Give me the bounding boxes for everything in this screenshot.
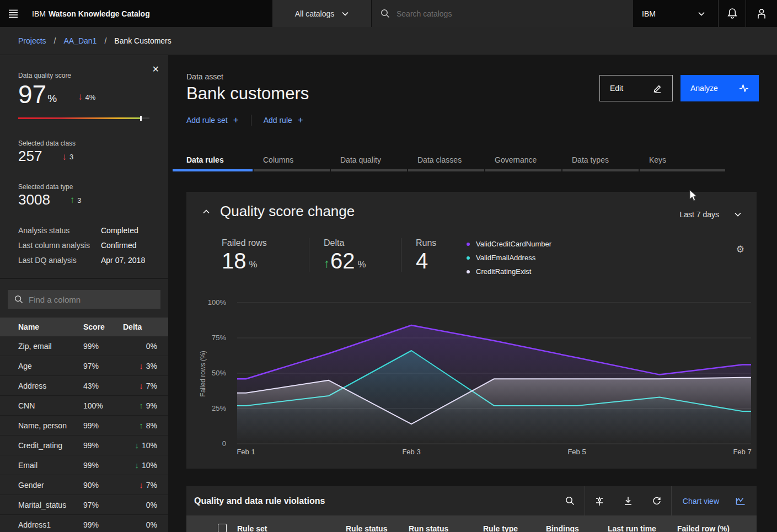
breadcrumb-separator: / [104,36,106,45]
tab-data-quality[interactable]: Data quality [331,155,407,171]
arrow-down-icon: ↓ [139,381,143,390]
violations-card: Quality and data rule violations [186,486,757,532]
app-title: IBMWatson Knowledge Catalog [32,9,150,18]
violations-column-header[interactable]: Rule set [237,524,267,532]
gauge-gradient [18,117,141,119]
column-row[interactable]: Address199%0% [0,515,168,532]
column-row[interactable]: Credit_rating99%↓10% [0,436,168,455]
tab-data-classes[interactable]: Data classes [408,155,484,171]
violations-column-header[interactable]: Bindings [546,524,579,532]
detail-value: Completed [101,226,138,235]
chart-view-toggle[interactable]: Chart view [672,497,757,506]
column-score: 99% [83,461,123,470]
x-axis-tick: Feb 7 [720,448,764,456]
collapse-icon[interactable] [203,209,210,214]
column-score: 99% [83,421,123,430]
search-icon [381,9,390,18]
column-row[interactable]: Name, person99%↑8% [0,416,168,436]
column-row[interactable]: Marital_status97%0% [0,495,168,515]
violations-column-header[interactable]: Run status [409,524,448,532]
legend-label: CreditRatingExist [476,267,531,276]
add-rule-link[interactable]: Add rule+ [264,115,303,126]
column-delta: 0% [123,501,157,509]
tab-columns[interactable]: Columns [254,155,330,171]
filter-button[interactable] [585,486,614,515]
legend-label: ValidEmailAddress [476,254,535,262]
tab-data-types[interactable]: Data types [562,155,639,171]
quality-score-delta: 4% [85,93,96,101]
violations-column-header[interactable]: Rule status [346,524,387,532]
account-selector[interactable]: IBM [633,0,718,27]
column-row[interactable]: Age97%↓3% [0,356,168,376]
column-row[interactable]: Gender90%↓7% [0,475,168,495]
column-delta: ↓10% [123,460,157,470]
delta-stat: Delta ↑62% [309,238,401,272]
download-button[interactable] [614,486,642,515]
violations-column-header[interactable]: Rule type [483,524,518,532]
violations-title: Quality and data rule violations [194,496,325,506]
close-icon[interactable]: ✕ [152,65,159,74]
add-rule-set-link[interactable]: Add rule set+ [186,115,239,126]
time-range-selector[interactable]: Last 7 days [679,210,741,219]
detail-row: Analysis statusCompleted [18,226,150,235]
tab-keys[interactable]: Keys [640,155,725,171]
refresh-button[interactable] [642,486,671,515]
chart-stats: Failed rows 18% Delta ↑62% Runs 4 [222,238,452,272]
select-all-checkbox[interactable] [218,524,227,532]
quality-score-value: 97 % ↓4% [18,82,150,107]
violations-column-header[interactable]: Last run time [608,524,656,532]
find-column-input[interactable] [29,295,150,304]
notifications-button[interactable] [718,0,746,27]
chart-view-icon [736,497,746,506]
tab-label: Data rules [173,155,253,169]
breadcrumb-link[interactable]: AA_Dan1 [63,36,97,45]
breadcrumb-link[interactable]: Projects [18,36,46,45]
user-menu-button[interactable] [746,0,776,27]
column-row[interactable]: Zip, email99%0% [0,336,168,356]
column-name: CNN [18,401,83,410]
data-type-value: 3008 ↑3 [18,192,150,208]
column-row[interactable]: Address43%↓7% [0,376,168,396]
plus-icon: + [233,115,239,126]
delta-value: 7% [146,381,157,390]
account-label: IBM [642,9,656,18]
column-name: Email [18,461,83,470]
column-row[interactable]: Email99%↓10% [0,455,168,475]
legend-item[interactable]: ValidCreditCardNumber [467,237,551,251]
filter-adjust-icon [594,496,604,506]
tab-data-rules[interactable]: Data rules [173,155,253,171]
line-chart [237,300,751,449]
column-row[interactable]: CNN100%↑9% [0,396,168,416]
table-search-button[interactable] [556,486,585,515]
chart-legend: ValidCreditCardNumberValidEmailAddressCr… [467,237,551,278]
breadcrumb: Projects/AA_Dan1/Bank Customers [0,27,777,55]
delta-value: 9% [146,401,157,410]
column-delta: ↓10% [123,440,157,450]
delta-value: 0% [146,342,157,351]
menu-icon[interactable] [0,0,26,27]
edit-button[interactable]: Edit [599,75,673,101]
y-axis-tick: 25% [186,404,226,412]
violations-column-header[interactable]: Failed row (%) [677,524,730,532]
breadcrumb-current: Bank Customers [114,36,171,45]
delta-value: 8% [146,421,157,430]
violations-toolbar: Quality and data rule violations [186,486,757,515]
analyze-button[interactable]: Analyze [680,75,759,101]
header-name: Name [18,323,83,331]
catalog-selector[interactable]: All catalogs [272,0,372,27]
brand-ibm: IBM [32,9,46,18]
catalog-selector-label: All catalogs [295,9,335,18]
tab-label: Columns [254,155,330,169]
column-score: 99% [83,441,123,450]
tab-governance[interactable]: Governance [485,155,561,171]
legend-item[interactable]: ValidEmailAddress [467,251,551,265]
column-score: 43% [83,381,123,390]
activity-icon [739,84,749,93]
main-content: Data asset Bank customers Edit Analyze A… [168,55,777,532]
search-input[interactable] [396,9,606,18]
card-title: Quality score change [220,203,355,220]
legend-item[interactable]: CreditRatingExist [467,265,551,278]
arrow-down-icon: ↓ [139,361,143,370]
y-axis-tick: 0 [186,439,226,448]
gear-icon[interactable]: ⚙ [736,245,744,254]
